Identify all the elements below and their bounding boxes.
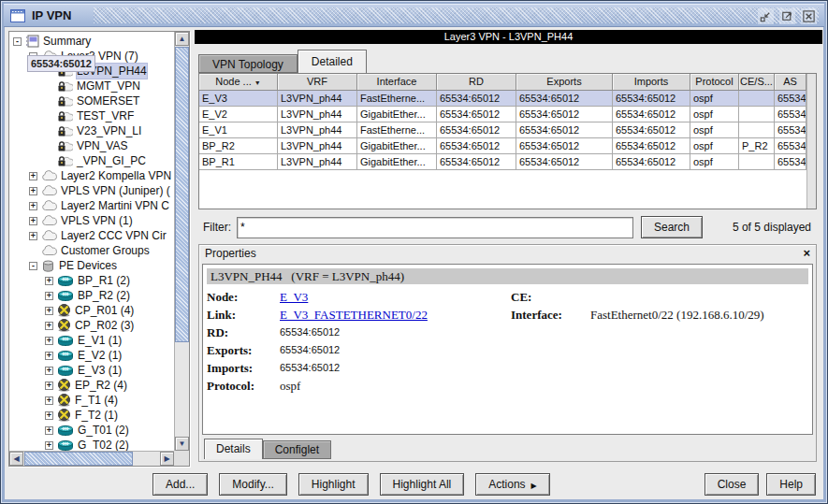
cell-protocol[interactable]: ospf <box>690 122 739 138</box>
cell-protocol[interactable]: ospf <box>690 107 739 122</box>
cell-exports[interactable]: 65534:65012 <box>516 122 613 138</box>
tree-item-layer2-ccc-vpn-cir[interactable]: +Layer2 CCC VPN Cir <box>9 228 174 243</box>
expand-icon[interactable]: + <box>29 232 37 240</box>
tree-item-mgmt-vpn[interactable]: MGMT_VPN <box>9 79 174 94</box>
column-header-ce-s[interactable]: CE/S... <box>739 74 775 91</box>
horizontal-scroll-thumb[interactable] <box>24 452 133 466</box>
tree-item-layer2-martini-vpn-c[interactable]: +Layer2 Martini VPN C <box>9 198 174 213</box>
vertical-scroll-thumb[interactable] <box>175 47 189 342</box>
tab-detailed[interactable]: Detailed <box>298 50 367 73</box>
expand-icon[interactable]: + <box>45 382 53 390</box>
tree-horizontal-scrollbar[interactable]: ◀ ▶ <box>9 451 174 466</box>
cell-imports[interactable]: 65534:65012 <box>613 107 690 122</box>
cell-rd[interactable]: 65534:65012 <box>437 91 516 107</box>
table-row-bp-r1[interactable]: BP_R1L3VPN_ph44GigabitEther...65534:6501… <box>199 154 816 170</box>
collapse-icon[interactable]: - <box>13 37 22 46</box>
tree-item-e-v2-1[interactable]: +E_V2 (1) <box>9 348 174 363</box>
column-header-rd[interactable]: RD <box>437 74 516 91</box>
cell-vrf[interactable]: L3VPN_ph44 <box>278 107 357 122</box>
table-row-e-v3[interactable]: E_V3L3VPN_ph44FastEtherne...65534:650126… <box>199 91 816 107</box>
cell-as[interactable]: 65534 <box>775 107 806 122</box>
prop-node-link[interactable]: E_V3 <box>280 290 308 304</box>
tree-item-e-v1-1[interactable]: +E_V1 (1) <box>9 333 174 348</box>
cell-as[interactable]: 65534 <box>775 138 806 154</box>
tree-item-somerset[interactable]: SOMERSET <box>9 94 174 108</box>
tree-item-vpn-vas[interactable]: VPN_VAS <box>9 138 174 153</box>
expand-icon[interactable]: + <box>45 307 53 315</box>
tree-item-v23-vpn-li[interactable]: V23_VPN_LI <box>9 123 174 138</box>
tree-item-ep-r2-4[interactable]: +EP_R2 (4) <box>9 378 174 393</box>
expand-icon[interactable]: + <box>29 187 37 195</box>
table-row-e-v1[interactable]: E_V1L3VPN_ph44FastEtherne...65534:650126… <box>199 122 816 138</box>
properties-close-icon[interactable]: × <box>803 247 810 260</box>
expand-icon[interactable]: + <box>45 441 53 450</box>
expand-icon[interactable]: + <box>29 217 37 225</box>
modify-button[interactable]: Modify... <box>219 473 286 496</box>
cell-node[interactable]: BP_R2 <box>199 138 278 154</box>
filter-input[interactable] <box>237 217 633 238</box>
tab-details[interactable]: Details <box>204 439 263 459</box>
cell-interface[interactable]: GigabitEther... <box>357 138 437 154</box>
tree-item-cp-r01-4[interactable]: +CP_R01 (4) <box>9 303 174 318</box>
table-row-e-v2[interactable]: E_V2L3VPN_ph44GigabitEther...65534:65012… <box>199 107 816 122</box>
cell-interface[interactable]: GigabitEther... <box>357 154 437 170</box>
cell-vrf[interactable]: L3VPN_ph44 <box>278 91 357 107</box>
cell-ce-s[interactable] <box>739 154 775 170</box>
expand-icon[interactable]: + <box>45 322 53 330</box>
cell-node[interactable]: E_V2 <box>199 107 278 122</box>
tree-item-bp-r2-2[interactable]: +BP_R2 (2) <box>9 288 174 303</box>
tree-item-test-vrf[interactable]: TEST_VRF <box>9 108 174 123</box>
column-header-imports[interactable]: Imports <box>613 74 690 91</box>
cell-imports[interactable]: 65534:65012 <box>613 91 690 107</box>
highlight-all-button[interactable]: Highlight All <box>380 473 465 496</box>
table-row-bp-r2[interactable]: BP_R2L3VPN_ph44GigabitEther...65534:6501… <box>199 138 816 154</box>
cell-protocol[interactable]: ospf <box>690 154 739 170</box>
column-header-protocol[interactable]: Protocol <box>690 74 739 91</box>
column-header-as[interactable]: AS <box>775 74 806 91</box>
expand-icon[interactable]: + <box>45 396 53 405</box>
tree-item-vpn-gi-pc[interactable]: _VPN_GI_PC <box>9 153 174 168</box>
tree-item-g-t01-2[interactable]: +G_T01 (2) <box>9 423 174 438</box>
cell-as[interactable]: 65534 <box>775 154 806 170</box>
iconify-icon[interactable] <box>758 8 774 24</box>
close-button[interactable]: Close <box>705 473 760 496</box>
help-button[interactable]: Help <box>766 473 816 496</box>
cell-exports[interactable]: 65534:65012 <box>516 154 613 170</box>
window-titlebar[interactable]: IP VPN <box>4 4 824 27</box>
tree-item-vpls-vpn-juniper[interactable]: +VPLS VPN (Juniper) ( <box>9 183 174 198</box>
scroll-right-icon[interactable]: ▶ <box>160 452 174 466</box>
cell-ce-s[interactable] <box>739 91 775 107</box>
tree-item-vpls-vpn-1[interactable]: +VPLS VPN (1) <box>9 213 174 228</box>
expand-icon[interactable]: + <box>45 337 53 345</box>
cell-interface[interactable]: FastEtherne... <box>357 122 437 138</box>
search-button[interactable]: Search <box>641 216 703 238</box>
close-icon[interactable] <box>801 8 817 24</box>
tree-item-cp-r02-3[interactable]: +CP_R02 (3) <box>9 318 174 333</box>
column-header-interface[interactable]: Interface <box>357 74 437 91</box>
cell-node[interactable]: E_V1 <box>199 122 278 138</box>
cell-node[interactable]: BP_R1 <box>199 154 278 170</box>
cell-exports[interactable]: 65534:65012 <box>516 107 613 122</box>
tree-item-f-t1-4[interactable]: +F_T1 (4) <box>9 393 174 408</box>
cell-as[interactable]: 65534 <box>775 122 806 138</box>
expand-icon[interactable]: + <box>45 426 53 435</box>
tree-item-customer-groups[interactable]: Customer Groups <box>9 243 174 258</box>
expand-icon[interactable]: + <box>45 411 53 420</box>
cell-rd[interactable]: 65534:65012 <box>437 154 516 170</box>
tree-item-layer2-kompella-vpn[interactable]: +Layer2 Kompella VPN <box>9 168 174 183</box>
prop-link-link[interactable]: E_V3_FASTETHERNET0/22 <box>280 308 428 322</box>
tree-vertical-scrollbar[interactable]: ▲ ▼ <box>174 32 189 451</box>
cell-vrf[interactable]: L3VPN_ph44 <box>278 138 357 154</box>
cell-ce-s[interactable] <box>739 122 775 138</box>
expand-icon[interactable]: + <box>45 277 53 285</box>
tab-configlet[interactable]: Configlet <box>263 440 331 459</box>
table-vertical-scrollbar[interactable] <box>806 74 816 209</box>
cell-exports[interactable]: 65534:65012 <box>516 138 613 154</box>
cell-imports[interactable]: 65534:65012 <box>613 138 690 154</box>
cell-rd[interactable]: 65534:65012 <box>437 107 516 122</box>
cell-protocol[interactable]: ospf <box>690 138 739 154</box>
scroll-down-icon[interactable]: ▼ <box>175 437 189 451</box>
tree-item-summary[interactable]: -Summary <box>9 34 174 49</box>
cell-interface[interactable]: FastEtherne... <box>357 91 437 107</box>
cell-node[interactable]: E_V3 <box>199 91 278 107</box>
